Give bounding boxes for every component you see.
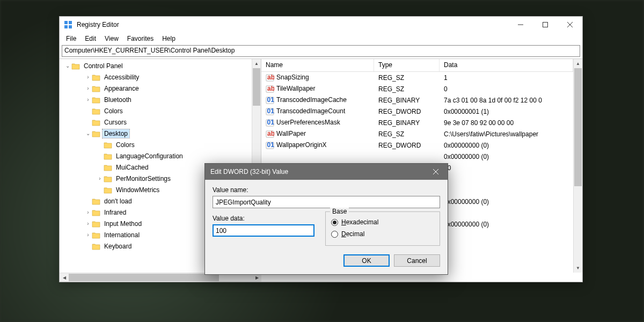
cell-type: REG_BINARY (374, 97, 440, 104)
radio-hexadecimal[interactable]: Hexadecimal (331, 216, 434, 228)
tree-item-label[interactable]: LanguageConfiguration (114, 152, 185, 160)
svg-text:011: 011 (267, 119, 275, 126)
tree-item[interactable]: Colors (60, 105, 252, 116)
tree-item-label[interactable]: Accessibility (103, 73, 141, 82)
dialog-titlebar[interactable]: Edit DWORD (32-bit) Value (205, 164, 448, 180)
column-name[interactable]: Name (261, 59, 374, 71)
dialog-close-button[interactable] (423, 164, 448, 180)
maximize-button[interactable] (533, 17, 558, 33)
tree-item-label[interactable]: Keyboard (103, 242, 133, 251)
cell-type: REG_SZ (374, 85, 440, 93)
folder-icon (92, 231, 100, 239)
chevron-down-icon[interactable]: ⌄ (84, 130, 92, 136)
tree-item-label[interactable]: Infrared (103, 208, 128, 217)
dialog-buttons: OK Cancel (213, 254, 440, 267)
tree-item-label[interactable]: Bluetooth (103, 96, 133, 104)
address-bar[interactable]: Computer\HKEY_CURRENT_USER\Control Panel… (62, 45, 580, 57)
chevron-right-icon[interactable]: › (96, 175, 104, 181)
menu-file[interactable]: File (62, 34, 80, 43)
chevron-right-icon[interactable]: › (84, 74, 92, 80)
svg-rect-0 (64, 21, 68, 24)
tree-item[interactable]: ›Bluetooth (60, 94, 252, 105)
folder-icon (104, 152, 112, 160)
folder-icon (92, 119, 100, 126)
tree-item-label[interactable]: Input Method (103, 219, 143, 228)
scroll-up-icon[interactable]: ▲ (252, 59, 261, 68)
tree-item-label[interactable]: Cursors (103, 118, 128, 127)
cell-data: 7a c3 01 00 8a 1d 0f 00 f2 12 00 0 (440, 97, 573, 104)
chevron-right-icon[interactable]: › (84, 85, 92, 91)
folder-icon (92, 96, 100, 104)
list-row[interactable]: abSnapSizingREG_SZ1 (261, 72, 573, 83)
scroll-down-icon[interactable]: ▼ (574, 264, 582, 273)
tree-item[interactable]: Colors (60, 139, 252, 150)
minimize-button[interactable] (508, 17, 533, 33)
tree-item[interactable]: LanguageConfiguration (60, 150, 252, 162)
binary-value-icon: 011 (266, 141, 274, 150)
list-row[interactable]: 011TranscodedImageCountREG_DWORD0x000000… (261, 106, 573, 117)
cancel-button[interactable]: Cancel (394, 254, 440, 267)
scroll-thumb[interactable] (69, 274, 219, 281)
tree-item[interactable]: ⌄Control Panel (60, 60, 252, 71)
chevron-right-icon[interactable]: › (84, 209, 92, 215)
scroll-thumb[interactable] (574, 68, 582, 186)
tree-item-label[interactable]: WindowMetrics (114, 186, 161, 194)
list-row[interactable]: 011WallpaperOriginXREG_DWORD0x00000000 (… (261, 140, 573, 151)
tree-item[interactable]: Cursors (60, 116, 252, 128)
folder-icon (104, 175, 112, 182)
svg-text:011: 011 (267, 96, 275, 104)
chevron-right-icon[interactable]: › (84, 232, 92, 238)
tree-item-label[interactable]: International (103, 231, 141, 239)
list-row[interactable]: 011TranscodedImageCacheREG_BINARY7a c3 0… (261, 94, 573, 106)
chevron-down-icon[interactable]: ⌄ (64, 63, 71, 69)
list-row[interactable]: abWallPaperREG_SZC:\Users\fatiw\Pictures… (261, 128, 573, 140)
radio-dec-label: Decimal (341, 230, 364, 238)
cell-data: 0x00000000 (0) (440, 153, 573, 160)
valuedata-input[interactable] (213, 224, 314, 237)
list-header[interactable]: Name Type Data (261, 59, 573, 72)
tree-item-label[interactable]: Control Panel (82, 62, 125, 70)
cell-type: REG_SZ (374, 130, 440, 138)
tree-item-label[interactable]: Colors (103, 107, 125, 115)
radio-hex-label: Hexadecimal (341, 218, 378, 226)
folder-icon (71, 62, 80, 70)
titlebar[interactable]: Registry Editor (60, 17, 582, 33)
dialog-body: Value name: Value data: Base Hexadecimal… (205, 180, 448, 274)
tree-item-label[interactable]: Appearance (103, 84, 141, 93)
svg-rect-2 (64, 25, 68, 28)
svg-text:011: 011 (267, 141, 275, 149)
ok-button[interactable]: OK (343, 254, 390, 267)
menu-view[interactable]: View (100, 34, 123, 43)
scroll-thumb[interactable] (253, 68, 260, 106)
tree-item[interactable]: ›Appearance (60, 83, 252, 94)
list-row[interactable]: 011UserPreferencesMaskREG_BINARY9e 3e 07… (261, 117, 573, 128)
tree-item-label[interactable]: PerMonitorSettings (114, 174, 172, 183)
tree-item[interactable]: ⌄Desktop (60, 128, 252, 139)
folder-icon (92, 107, 100, 115)
binary-value-icon: 011 (266, 119, 274, 127)
svg-text:ab: ab (267, 74, 274, 81)
column-data[interactable]: Data (440, 59, 573, 71)
folder-icon (104, 164, 112, 171)
menu-edit[interactable]: Edit (80, 34, 100, 43)
close-button[interactable] (558, 17, 582, 33)
tree-item-label[interactable]: MuiCached (114, 163, 150, 172)
list-row[interactable]: abTileWallpaperREG_SZ0 (261, 83, 573, 94)
radio-decimal[interactable]: Decimal (331, 228, 434, 240)
scroll-up-icon[interactable]: ▲ (574, 59, 582, 68)
menu-favorites[interactable]: Favorites (123, 34, 158, 43)
tree-item-label[interactable]: Desktop (103, 129, 129, 138)
chevron-right-icon[interactable]: › (84, 221, 92, 226)
tree-item-label[interactable]: Colors (114, 141, 136, 149)
tree-item[interactable]: ›Accessibility (60, 71, 252, 83)
tree-item-label[interactable]: don't load (103, 197, 134, 206)
list-row[interactable]: 0x00000000 (0) (261, 151, 573, 162)
menu-help[interactable]: Help (158, 34, 180, 43)
cell-type: REG_BINARY (374, 119, 440, 127)
valuename-input[interactable] (213, 196, 440, 208)
scroll-left-icon[interactable]: ◀ (60, 273, 69, 282)
list-scrollbar[interactable]: ▲ ▼ (573, 59, 582, 273)
column-type[interactable]: Type (374, 59, 440, 71)
cell-type: REG_DWORD (374, 108, 440, 115)
chevron-right-icon[interactable]: › (84, 97, 92, 103)
